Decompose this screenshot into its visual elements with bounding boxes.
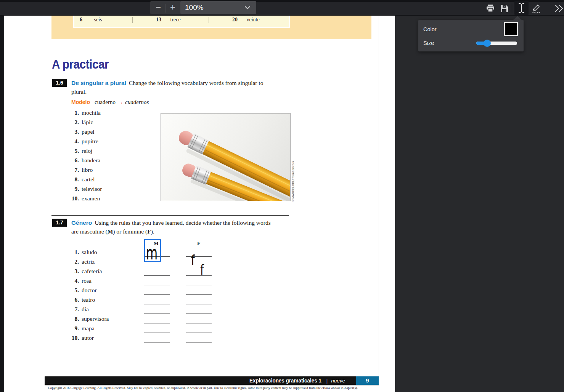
table-cell: 20 veinte — [232, 17, 260, 23]
photo-credit: © MARCELODLT/Shutterstock — [291, 161, 295, 202]
list-item: 8.cartel — [69, 176, 102, 186]
list-item: 7.libro — [69, 166, 102, 176]
list-item: 8.supervisora — [69, 315, 109, 325]
annotation-text-m[interactable]: m — [146, 246, 157, 260]
answer-blank-f[interactable] — [186, 277, 212, 285]
answer-blank-m[interactable] — [144, 334, 170, 342]
list-item: 2.actriz — [69, 258, 109, 268]
exercise-instruction: Using the rules that you have learned, d… — [95, 219, 270, 226]
modelo-from: cuaderno — [95, 99, 116, 105]
save-button[interactable] — [498, 3, 510, 14]
pencils-illustration — [161, 114, 290, 201]
page-spine-line — [44, 16, 44, 377]
exercise-instruction-wrap: are masculine (M) or feminine (F). — [71, 227, 292, 236]
text-annotation-box-selected[interactable]: m — [144, 239, 161, 262]
list-item: 7.día — [69, 306, 109, 315]
text-tool-button-active[interactable] — [514, 1, 529, 15]
number-word: veinte — [247, 17, 260, 22]
answer-blank-f[interactable] — [186, 287, 212, 295]
answer-blank-f[interactable] — [186, 325, 212, 333]
number-word: trece — [170, 17, 181, 22]
answer-blank-f[interactable] — [186, 249, 212, 257]
list-item: 3.cafetería — [69, 268, 109, 277]
number-word: seis — [94, 17, 102, 22]
page-number-badge: 9 — [356, 376, 379, 385]
text-tool-settings-popup: Color Size — [418, 20, 524, 51]
list-item: 1.mochila — [69, 109, 102, 119]
copyright-notice: Copyright 2016 Cengage Learning. All Rig… — [45, 386, 361, 390]
footer-divider: | — [326, 378, 328, 384]
exercise-title: De singular a plural — [71, 80, 126, 86]
exercise-16-heading: De singular a pluralChange the following… — [71, 78, 292, 96]
table-cell: 13 trece — [156, 17, 181, 23]
list-item: 6.bandera — [69, 157, 102, 166]
answer-blank-f[interactable] — [186, 296, 212, 304]
exercise-instruction-wrap: plural. — [71, 87, 292, 96]
size-slider-thumb[interactable] — [484, 40, 491, 47]
footer-page-word: nueve — [331, 378, 345, 384]
answer-blank-f[interactable] — [186, 258, 212, 266]
number-value: 13 — [156, 17, 166, 23]
zoom-level-dropdown[interactable]: 100% — [180, 1, 256, 14]
answer-blank-m[interactable] — [144, 277, 170, 285]
exercise-instruction: Change the following vocabulary words fr… — [129, 80, 264, 86]
save-icon — [501, 5, 508, 12]
list-item: 6.teatro — [69, 296, 109, 306]
list-item: 5.doctor — [69, 287, 109, 296]
text-annotation-f[interactable]: f — [200, 264, 204, 275]
vocab-list-16: 1.mochila 2.lápiz 3.papel 4.pupitre 5.re… — [69, 109, 102, 205]
size-slider[interactable] — [476, 42, 517, 45]
section-divider — [51, 215, 289, 216]
list-item: 4.pupitre — [69, 138, 102, 147]
zoom-out-button[interactable]: − — [151, 1, 166, 14]
print-button[interactable] — [484, 3, 497, 14]
answer-blank-m[interactable] — [144, 296, 170, 304]
zoom-level-value: 100% — [185, 3, 204, 11]
text-annotation-f[interactable]: f — [191, 254, 195, 266]
answer-blank-m[interactable] — [144, 325, 170, 333]
list-item: 2.lápiz — [69, 119, 102, 128]
page-edge-line — [379, 16, 379, 377]
zoom-in-button[interactable]: + — [166, 1, 180, 14]
expand-tools-button[interactable] — [553, 3, 564, 14]
size-label: Size — [423, 40, 434, 46]
list-item: 4.rosa — [69, 277, 109, 287]
viewer-toolbar: − + 100% — [0, 0, 564, 16]
number-value: 20 — [232, 17, 242, 23]
numbers-table: 6 seis 13 trece 20 veinte — [73, 16, 290, 28]
pen-tool-button[interactable] — [530, 3, 542, 14]
modelo-to: cuadernos — [125, 99, 149, 105]
column-header-feminine: F — [197, 240, 200, 246]
table-divider — [132, 17, 133, 23]
list-item: 3.papel — [69, 128, 102, 138]
table-divider — [209, 17, 209, 23]
list-item: 9.mapa — [69, 325, 109, 334]
footer-book-title: Exploraciones gramaticales 1 — [249, 378, 321, 384]
double-chevron-right-icon — [554, 4, 564, 13]
answer-blank-m[interactable] — [144, 306, 170, 314]
answer-blank-f[interactable] — [186, 334, 212, 342]
answer-blank-f[interactable] — [186, 268, 212, 276]
modelo-label: Modelo — [71, 99, 90, 105]
modelo-arrow-icon: → — [117, 99, 123, 105]
list-item: 9.televisor — [69, 186, 102, 195]
exercise-number-badge: 1.7 — [52, 219, 67, 227]
list-item: 5.reloj — [69, 147, 102, 157]
footer-running-head: Exploraciones gramaticales 1 | nueve — [248, 376, 345, 385]
answer-blank-f[interactable] — [186, 315, 212, 323]
color-label: Color — [423, 26, 437, 32]
answer-blank-m[interactable] — [144, 268, 170, 276]
page-footer-bar: Exploraciones gramaticales 1 | nueve 9 — [45, 376, 379, 385]
exercise-title: Género — [71, 219, 92, 226]
tools-divider — [512, 3, 512, 13]
answer-blank-f[interactable] — [186, 306, 212, 314]
vocab-list-17: 1.saludo 2.actriz 3.cafetería 4.rosa 5.d… — [69, 249, 109, 344]
list-item: 1.saludo — [69, 249, 109, 258]
color-swatch[interactable] — [504, 22, 518, 36]
chevron-down-icon — [245, 6, 250, 10]
printer-icon — [486, 5, 495, 13]
exercise-number-badge: 1.6 — [52, 79, 67, 87]
answer-blank-m[interactable] — [144, 315, 170, 323]
ebook-reader-window: 6 seis 13 trece 20 veinte A practicar 1.… — [0, 0, 564, 392]
answer-blank-m[interactable] — [144, 287, 170, 295]
